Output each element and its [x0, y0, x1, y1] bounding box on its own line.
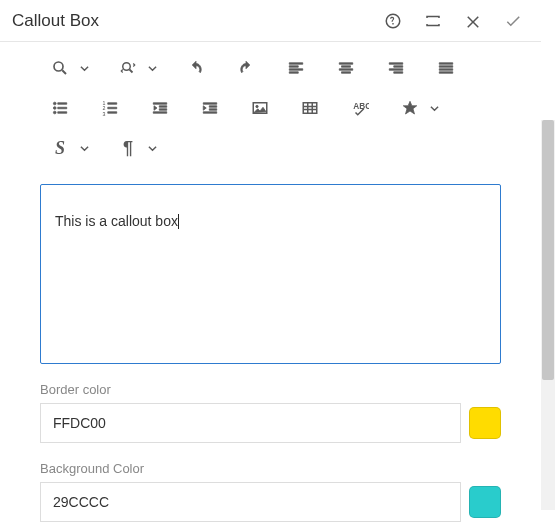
background-color-input[interactable] — [40, 482, 461, 522]
fullscreen-button[interactable] — [413, 1, 453, 41]
star-chevron-icon[interactable] — [428, 91, 446, 125]
paragraph-chevron-icon[interactable] — [146, 131, 164, 165]
search-icon[interactable] — [42, 51, 78, 85]
border-color-label: Border color — [40, 382, 501, 397]
svg-point-4 — [53, 102, 56, 105]
border-color-swatch[interactable] — [469, 407, 501, 439]
svg-text:3: 3 — [103, 111, 106, 117]
table-icon[interactable] — [292, 91, 328, 125]
svg-rect-12 — [303, 103, 317, 114]
editor-toolbar: 123 ABC S — [0, 42, 541, 174]
find-replace-chevron-icon[interactable] — [146, 51, 164, 85]
spellcheck-icon[interactable]: ABC — [342, 91, 378, 125]
find-replace-icon[interactable] — [110, 51, 146, 85]
close-button[interactable] — [453, 1, 493, 41]
border-color-input[interactable] — [40, 403, 461, 443]
undo-icon[interactable] — [178, 51, 214, 85]
paragraph-format-icon[interactable]: ¶ — [110, 131, 146, 165]
background-color-swatch[interactable] — [469, 486, 501, 518]
numbered-list-icon[interactable]: 123 — [92, 91, 128, 125]
search-chevron-icon[interactable] — [78, 51, 96, 85]
help-button[interactable] — [373, 1, 413, 41]
done-button[interactable] — [493, 1, 533, 41]
text-style-chevron-icon[interactable] — [78, 131, 96, 165]
scrollbar-thumb[interactable] — [542, 120, 554, 380]
svg-text:ABC: ABC — [353, 102, 369, 111]
image-icon[interactable] — [242, 91, 278, 125]
indent-icon[interactable] — [192, 91, 228, 125]
svg-line-1 — [62, 70, 66, 74]
svg-point-2 — [123, 63, 131, 71]
outdent-icon[interactable] — [142, 91, 178, 125]
align-right-icon[interactable] — [378, 51, 414, 85]
editor-text: This is a callout box — [55, 213, 178, 229]
align-left-icon[interactable] — [278, 51, 314, 85]
text-style-icon[interactable]: S — [42, 131, 78, 165]
redo-icon[interactable] — [228, 51, 264, 85]
svg-line-3 — [130, 70, 133, 73]
align-justify-icon[interactable] — [428, 51, 464, 85]
dialog-title: Callout Box — [12, 11, 373, 31]
svg-point-0 — [54, 62, 63, 71]
rich-text-editor[interactable]: This is a callout box — [40, 184, 501, 364]
svg-point-11 — [256, 105, 258, 107]
background-color-label: Background Color — [40, 461, 501, 476]
align-center-icon[interactable] — [328, 51, 364, 85]
text-caret — [178, 214, 179, 229]
vertical-scrollbar[interactable] — [541, 120, 555, 510]
dialog-header: Callout Box — [0, 0, 541, 42]
svg-point-6 — [53, 111, 56, 114]
bullet-list-icon[interactable] — [42, 91, 78, 125]
star-icon[interactable] — [392, 91, 428, 125]
svg-point-5 — [53, 107, 56, 110]
